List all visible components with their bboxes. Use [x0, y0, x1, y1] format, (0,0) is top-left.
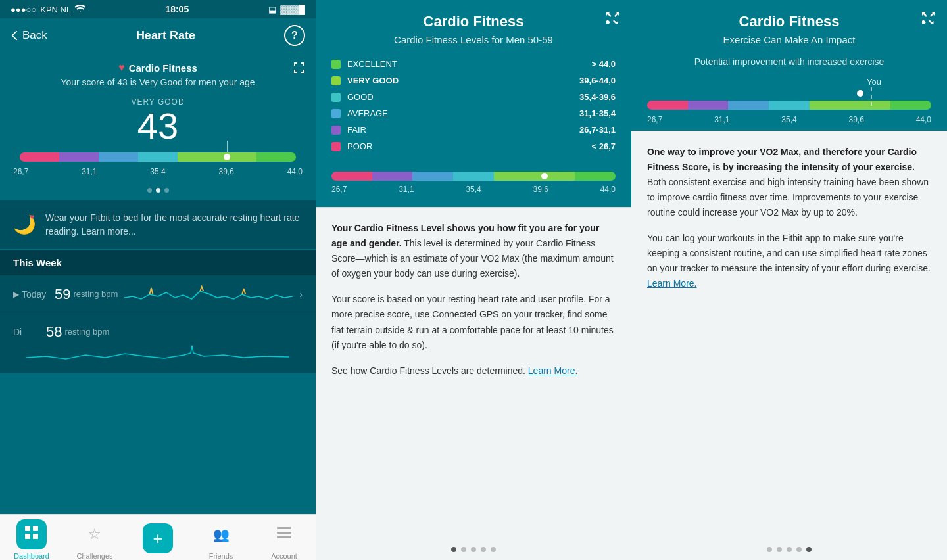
- panel2-title: Cardio Fitness: [331, 13, 616, 30]
- verygood-dot: [331, 76, 341, 85]
- levels-list: EXCELLENT > 44,0 VERY GOOD 39,6-44,0 GOO…: [331, 56, 616, 154]
- level-poor: POOR < 26,7: [331, 138, 616, 154]
- cardio-subtitle: Your score of 43 is Very Good for men yo…: [13, 76, 303, 89]
- p3-label-1: 26,7: [647, 115, 662, 124]
- battery-icon: ▓▓▓█: [280, 5, 305, 14]
- level-excellent: EXCELLENT > 44,0: [331, 56, 616, 72]
- p2-bar-average: [412, 172, 453, 181]
- bar-indicator-dot: [224, 154, 230, 160]
- tab-friends[interactable]: 👥 Friends: [189, 515, 253, 560]
- p3-label-4: 39,6: [848, 115, 863, 124]
- tab-dashboard[interactable]: Dashboard: [0, 515, 63, 560]
- dot-1[interactable]: [147, 188, 152, 193]
- p2-bar-excellent: [575, 172, 616, 181]
- account-label: Account: [271, 552, 297, 560]
- today-row[interactable]: ▶ Today 59 resting bpm ›: [0, 275, 316, 314]
- improvement-label: Potential improvement with increased exe…: [647, 56, 931, 69]
- page-dots: [0, 183, 316, 200]
- p2-label-1: 26,7: [331, 185, 347, 194]
- p2-dot-3[interactable]: [471, 547, 476, 552]
- svg-rect-2: [25, 534, 30, 539]
- bar-label-4: 39,6: [218, 167, 233, 176]
- bar-poor: [20, 152, 59, 162]
- p2-label-4: 39,6: [533, 185, 548, 194]
- p3-dot-5[interactable]: [806, 547, 812, 552]
- back-button[interactable]: Back: [11, 29, 47, 42]
- p3-dot-2[interactable]: [777, 547, 782, 552]
- tab-add[interactable]: +: [126, 515, 189, 560]
- level-verygood: VERY GOOD 39,6-44,0: [331, 72, 616, 89]
- carrier-label: KPN NL: [40, 5, 71, 14]
- today-sparkline: [124, 285, 293, 304]
- p3-label-3: 35,4: [781, 115, 796, 124]
- p3-dot-1[interactable]: [767, 547, 772, 552]
- p2-label-2: 31,1: [399, 185, 414, 194]
- sleep-tip: 🌙♥ Wear your Fitbit to bed for the most …: [0, 200, 316, 249]
- good-range: 35,4-39,6: [579, 92, 616, 102]
- p2-bar-verygood: [494, 172, 575, 181]
- p2-dot-1[interactable]: [451, 547, 456, 552]
- di-row[interactable]: Di 58 resting bpm: [0, 314, 316, 373]
- this-week-label: This Week: [13, 257, 62, 268]
- signal-dots: ●●●○○: [11, 5, 36, 14]
- di-label: Di: [13, 327, 46, 337]
- bar-label-3: 35,4: [150, 167, 165, 176]
- back-label: Back: [22, 29, 47, 42]
- bar-fair: [59, 152, 99, 162]
- wifi-icon: [75, 5, 85, 14]
- p3-bar-poor: [647, 101, 688, 110]
- score-value: 43: [13, 108, 303, 145]
- bar-labels: 26,7 31,1 35,4 39,6 44,0: [13, 167, 303, 176]
- body-para-3: See how Cardio Fitness Levels are determ…: [331, 363, 616, 379]
- bar-label-2: 31,1: [82, 167, 97, 176]
- level-average: AVERAGE 31,1-35,4: [331, 105, 616, 122]
- p3-bar-labels: 26,7 31,1 35,4 39,6 44,0: [647, 115, 931, 124]
- expand-button[interactable]: [293, 62, 305, 76]
- you-label: You: [867, 77, 881, 87]
- panel2-bar-area: 26,7 31,1 35,4 39,6 44,0: [316, 165, 631, 207]
- panel3-collapse-button[interactable]: [922, 12, 935, 28]
- p2-bar-good: [453, 172, 494, 181]
- panel3-body: One way to improve your VO2 Max, and the…: [631, 131, 947, 539]
- excellent-name: EXCELLENT: [347, 59, 585, 69]
- p3-dot-4[interactable]: [796, 547, 802, 552]
- nav-title: Heart Rate: [136, 29, 195, 43]
- bar-label-1: 26,7: [13, 167, 28, 176]
- p2-dot-5[interactable]: [491, 547, 496, 552]
- p2-dot-2[interactable]: [461, 547, 466, 552]
- this-week-header: This Week: [0, 250, 316, 275]
- tab-challenges[interactable]: ☆ Challenges: [63, 515, 126, 560]
- svg-rect-1: [33, 526, 38, 531]
- panel3-header: Cardio Fitness Exercise Can Make An Impa…: [631, 0, 947, 131]
- fair-range: 26,7-31,1: [579, 125, 616, 135]
- today-label: Today: [22, 289, 55, 300]
- learn-more-link[interactable]: Learn More.: [528, 365, 577, 376]
- dot-3[interactable]: [164, 188, 169, 193]
- today-bpm-unit: resting bpm: [73, 289, 118, 299]
- phone-panel: ●●●○○ KPN NL 18:05 ⬓ ▓▓▓█ Back Heart Rat…: [0, 0, 316, 560]
- collapse-button[interactable]: [606, 12, 619, 28]
- body-para-1: Your Cardio Fitness Level shows you how …: [331, 221, 616, 281]
- star-icon: ☆: [88, 526, 101, 543]
- p3-bar-excellent: [890, 101, 931, 110]
- p2-dot-4[interactable]: [481, 547, 486, 552]
- p2-bar-labels: 26,7 31,1 35,4 39,6 44,0: [331, 185, 616, 194]
- cardio-info-panel: Cardio Fitness Cardio Fitness Levels for…: [316, 0, 631, 560]
- p3-label-2: 31,1: [714, 115, 729, 124]
- di-bpm: 58: [46, 323, 62, 340]
- p3-dot-3[interactable]: [787, 547, 792, 552]
- help-button[interactable]: ?: [284, 25, 305, 46]
- p2-bar-poor: [331, 172, 372, 181]
- bar-average: [99, 152, 138, 162]
- challenges-label: Challenges: [76, 552, 112, 560]
- svg-rect-0: [25, 526, 30, 531]
- dashboard-label: Dashboard: [14, 552, 49, 560]
- p3-learn-more-link[interactable]: Learn More.: [647, 278, 696, 289]
- panel2-header: Cardio Fitness Cardio Fitness Levels for…: [316, 0, 631, 165]
- panel2-subtitle: Cardio Fitness Levels for Men 50-59: [331, 34, 616, 45]
- dot-2[interactable]: [156, 188, 160, 193]
- status-bar: ●●●○○ KPN NL 18:05 ⬓ ▓▓▓█: [0, 0, 316, 18]
- panel2-dots: [316, 539, 631, 560]
- tab-account[interactable]: Account: [253, 515, 316, 560]
- nav-bar: Back Heart Rate ?: [0, 18, 316, 53]
